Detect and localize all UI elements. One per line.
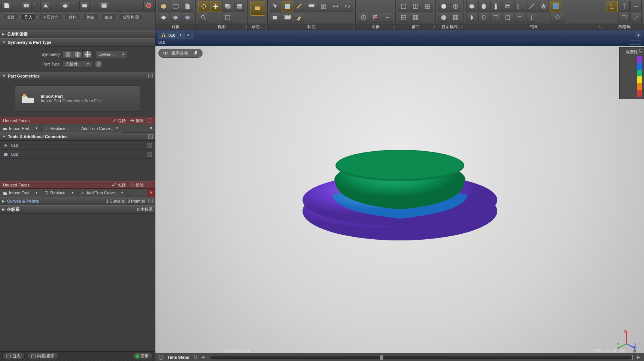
tab-010[interactable]: 010 ▼ ✕ — [158, 31, 194, 39]
annot-select-icon[interactable] — [282, 1, 293, 12]
checkbox[interactable] — [148, 183, 152, 187]
sigma-2-icon[interactable] — [619, 1, 630, 12]
qa-btn-file[interactable] — [1, 1, 12, 10]
sigma-4-icon[interactable] — [619, 13, 630, 22]
sym-none-icon[interactable] — [63, 51, 73, 58]
view-options-pill[interactable]: 视图选项 — [158, 49, 203, 58]
help-icon[interactable]: ? — [95, 61, 102, 67]
qa-btn-alert[interactable] — [143, 1, 154, 10]
slider-thumb[interactable] — [380, 355, 383, 360]
res-2-icon[interactable] — [478, 1, 489, 12]
view-zoom-icon[interactable] — [198, 13, 209, 22]
step-prev-icon[interactable]: ◀ — [201, 355, 205, 359]
disp-shaded-icon[interactable] — [438, 1, 449, 12]
res-layers-icon[interactable] — [550, 13, 565, 22]
obj-face-icon[interactable] — [158, 13, 169, 22]
step-next-icon[interactable]: ▶ — [637, 355, 641, 359]
view-maximize-icon[interactable] — [630, 40, 635, 45]
res-b3-icon[interactable] — [490, 13, 501, 22]
annot-dim-icon[interactable] — [330, 1, 341, 12]
checkbox[interactable] — [148, 143, 152, 148]
annot-pin-icon[interactable] — [294, 13, 305, 22]
corner-expand-icon[interactable] — [391, 25, 395, 28]
include-chip[interactable]: 包括 — [112, 118, 126, 124]
checkbox[interactable] — [148, 199, 153, 203]
pin-icon[interactable] — [193, 355, 198, 360]
qa-btn-6[interactable] — [99, 1, 109, 10]
annot-tag-icon[interactable] — [270, 13, 281, 22]
panel-tolerance[interactable]: 公差和设置 — [0, 30, 155, 38]
import-part-dropdown[interactable]: Import Part...▼ — [0, 124, 42, 133]
sigma-1-icon[interactable] — [607, 1, 618, 12]
obj-box-icon[interactable] — [158, 1, 169, 12]
view-fit-icon[interactable] — [222, 13, 233, 22]
win-2v-icon[interactable] — [398, 13, 409, 22]
annot-measure-icon[interactable] — [294, 1, 305, 12]
obj-face3-icon[interactable] — [182, 13, 193, 22]
chevron-down-icon[interactable]: ▼ — [177, 33, 183, 37]
win-4-icon[interactable] — [422, 1, 433, 12]
sym-half-icon[interactable] — [73, 51, 83, 58]
obj-face2-icon[interactable] — [170, 13, 181, 22]
corner-expand-icon[interactable] — [243, 25, 247, 28]
tool-item-020[interactable]: 020 — [0, 150, 155, 159]
res-env-icon[interactable] — [502, 1, 513, 12]
pill-trim[interactable]: 刨条 — [82, 13, 99, 21]
qa-btn-4[interactable] — [60, 1, 70, 10]
add-trim-tool-dropdown[interactable]: Add Trim Curve...▼ — [78, 189, 127, 197]
time-slider[interactable] — [210, 356, 634, 359]
res-fld-icon[interactable] — [550, 1, 561, 12]
corner-expand-icon[interactable] — [351, 25, 355, 28]
obj-surface-icon[interactable] — [170, 1, 181, 12]
panel-tools[interactable]: Tools & Additional Geometries — [0, 133, 155, 141]
exclude-chip[interactable]: 排除 — [130, 118, 144, 124]
panel-partgeo[interactable]: Part Geometries — [0, 72, 155, 80]
qa-btn-2[interactable] — [21, 1, 31, 10]
obj-book-icon[interactable] — [182, 1, 193, 12]
sync-link-icon[interactable] — [382, 13, 393, 22]
res-b1-icon[interactable] — [466, 13, 477, 22]
symmetry-define-dropdown[interactable]: Define... ▼ — [96, 51, 127, 58]
panel-curves[interactable]: Curves & Points 1 Curve(s), 0 Point(s) — [0, 197, 155, 205]
sync-flag-icon[interactable] — [370, 13, 381, 22]
annot-note-icon[interactable] — [318, 1, 329, 12]
pill-stamping[interactable]: 冲压方向 — [38, 13, 63, 21]
res-triangle-icon[interactable]: A — [538, 1, 549, 12]
annot-link-icon[interactable] — [342, 1, 353, 12]
view-pan-icon[interactable] — [210, 1, 221, 12]
checkbox[interactable] — [148, 118, 152, 123]
pill-modify[interactable]: 修改 — [100, 13, 117, 21]
pill-project[interactable]: 项目 — [2, 13, 19, 21]
parttype-dropdown[interactable]: 壳板件 ▼ — [63, 60, 92, 68]
sigma-3-icon[interactable] — [631, 1, 642, 12]
res-1-icon[interactable] — [466, 1, 477, 12]
res-thermo-icon[interactable] — [490, 1, 501, 12]
panel-coord[interactable]: 坐标系 0 坐标系 — [0, 205, 155, 213]
checkbox[interactable] — [148, 74, 153, 78]
pill-import[interactable]: 导入 — [20, 13, 37, 21]
win-2h-icon[interactable] — [410, 1, 421, 12]
sigma-5-icon[interactable] — [631, 13, 642, 22]
annot-flag-icon[interactable] — [306, 1, 317, 12]
pin-icon[interactable] — [638, 49, 642, 53]
corner-expand-icon[interactable] — [431, 25, 435, 28]
view-orbit-icon[interactable] — [198, 1, 209, 12]
win-1-icon[interactable] — [398, 1, 409, 12]
win-grid-icon[interactable] — [410, 13, 421, 22]
tool-item-010[interactable]: 010 — [0, 141, 155, 150]
exclude-chip[interactable]: 排除 — [130, 182, 144, 188]
disp-wire-icon[interactable] — [450, 1, 461, 12]
res-b6-icon[interactable] — [526, 13, 537, 22]
tab-close-icon[interactable]: ✕ — [186, 33, 191, 38]
issue-button[interactable]: 问题/视图 — [27, 353, 59, 360]
pill-material[interactable]: 材料 — [64, 13, 81, 21]
res-scale-icon[interactable] — [514, 1, 525, 12]
res-arrow-icon[interactable] — [526, 1, 537, 12]
corner-expand-icon[interactable] — [459, 25, 463, 28]
view-triad[interactable]: z x y — [616, 329, 637, 351]
annot-cursor-icon[interactable] — [270, 1, 281, 12]
include-chip[interactable]: 包括 — [112, 182, 126, 188]
log-button[interactable]: 日志 — [2, 353, 25, 360]
add-tab-button[interactable]: ＋ — [635, 31, 642, 38]
qa-btn-3[interactable] — [40, 1, 51, 10]
